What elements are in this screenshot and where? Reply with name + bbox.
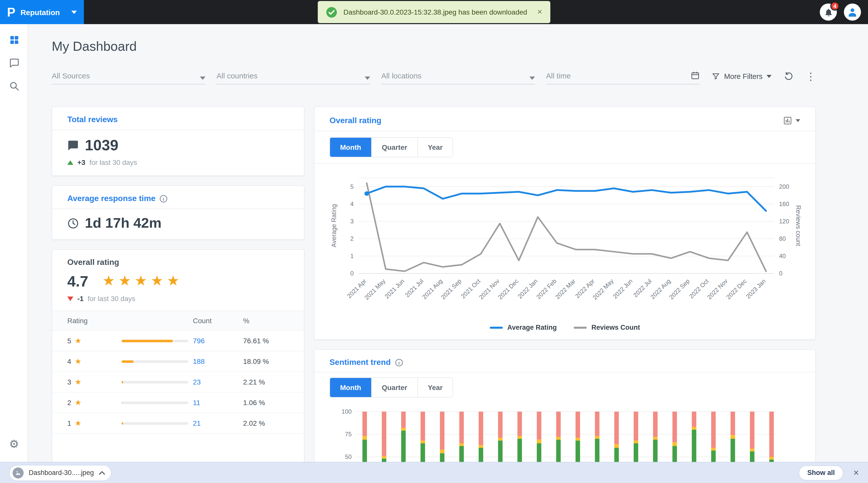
- rating-chart-title[interactable]: Overall rating: [330, 116, 381, 125]
- dashboard-icon: [9, 34, 19, 45]
- chart-legend: Average Rating Reviews Count: [314, 321, 815, 339]
- kebab-menu-button[interactable]: ⋮: [806, 71, 816, 82]
- gray-line-swatch: [574, 327, 587, 328]
- rating-count-link[interactable]: 21: [193, 419, 201, 427]
- reputation-dashboard-app: P Reputation Dashboard-30.0.2023-15:32.3…: [0, 0, 868, 483]
- star-icon: ★: [75, 419, 82, 428]
- svg-text:2022 Nov: 2022 Nov: [706, 277, 729, 301]
- star-icon: ★: [75, 398, 82, 407]
- svg-text:200: 200: [779, 183, 789, 190]
- left-column: Total reviews 1039 +3 for last 30 d: [52, 107, 304, 467]
- svg-text:2021 Aug: 2021 Aug: [421, 277, 444, 300]
- right-column: Overall rating MonthQuarterYear 00140280…: [314, 107, 816, 483]
- close-downloads-bar-icon[interactable]: ×: [854, 467, 859, 478]
- sidebar-item-settings[interactable]: ⚙: [0, 433, 28, 456]
- svg-text:2022 Sep: 2022 Sep: [668, 277, 691, 301]
- svg-text:2021 Sep: 2021 Sep: [439, 277, 463, 301]
- rating-percent: 2.02 %: [243, 419, 289, 427]
- rating-label: 5★: [67, 336, 113, 345]
- rating-percent: 76.61 %: [243, 337, 289, 345]
- rating-chart-period-tabs: MonthQuarterYear: [330, 137, 453, 157]
- chart-type-selector[interactable]: [783, 116, 800, 125]
- more-filters-button[interactable]: More Filters: [712, 72, 772, 81]
- sidebar-item-dashboard[interactable]: [0, 28, 28, 51]
- page-title: My Dashboard: [52, 37, 816, 55]
- avg-response-value: 1d 17h 42m: [85, 215, 161, 231]
- rating-bar: [122, 381, 188, 383]
- svg-text:4: 4: [350, 201, 353, 207]
- chevron-down-icon: [71, 10, 77, 14]
- table-row: 4★18818.09 %: [52, 351, 304, 372]
- star-icon: ★: [75, 378, 82, 387]
- dashboard-grid: Total reviews 1039 +3 for last 30 d: [52, 107, 816, 483]
- tab-year[interactable]: Year: [417, 138, 453, 157]
- info-icon[interactable]: [159, 194, 168, 203]
- downloaded-file-name: Dashboard-30.....jpeg: [29, 469, 94, 477]
- tab-quarter[interactable]: Quarter: [371, 138, 417, 157]
- sources-filter-select[interactable]: All Sources: [52, 67, 206, 85]
- product-switcher[interactable]: P Reputation: [0, 0, 84, 24]
- rating-distribution-table: Rating Count % 5★79676.61 %4★18818.09 %3…: [52, 311, 304, 447]
- svg-text:2022 Dec: 2022 Dec: [725, 277, 748, 301]
- svg-text:100: 100: [342, 408, 352, 415]
- rating-count-link[interactable]: 11: [193, 398, 200, 406]
- toast-message: Dashboard-30.0.2023-15:32.38.jpeg has be…: [343, 8, 527, 16]
- tab-year[interactable]: Year: [417, 378, 453, 397]
- avg-response-title[interactable]: Average response time: [67, 194, 155, 203]
- success-icon: [326, 6, 337, 18]
- rating-label: 3★: [67, 378, 113, 387]
- bar-chart-icon: [783, 116, 792, 125]
- show-all-button[interactable]: Show all: [799, 465, 843, 480]
- header-percent: %: [243, 316, 289, 325]
- tab-quarter[interactable]: Quarter: [371, 378, 417, 397]
- svg-text:3: 3: [350, 218, 353, 225]
- total-reviews-delta: +3: [78, 158, 85, 167]
- rating-percent: 18.09 %: [243, 357, 289, 365]
- download-toast: Dashboard-30.0.2023-15:32.38.jpeg has be…: [318, 1, 550, 23]
- table-row: 2★111.06 %: [52, 393, 304, 413]
- svg-text:2: 2: [350, 235, 353, 242]
- total-reviews-title[interactable]: Total reviews: [67, 115, 118, 124]
- refresh-button[interactable]: [784, 71, 794, 82]
- image-file-icon: [12, 467, 24, 478]
- svg-text:2021 Dec: 2021 Dec: [497, 277, 520, 301]
- filter-bar: All Sources All countries All locations …: [52, 67, 816, 85]
- locations-filter-select[interactable]: All locations: [381, 67, 535, 85]
- tab-month[interactable]: Month: [330, 138, 371, 157]
- rating-bar: [122, 360, 188, 363]
- total-reviews-card: Total reviews 1039 +3 for last 30 d: [52, 107, 304, 176]
- header-rating: Rating: [67, 316, 113, 325]
- rating-bar: [122, 339, 188, 342]
- downloaded-file-chip[interactable]: Dashboard-30.....jpeg: [9, 465, 112, 481]
- rating-stars: ★★★★★: [102, 272, 183, 289]
- locations-filter-value: All locations: [381, 71, 422, 80]
- countries-filter-value: All countries: [217, 71, 257, 80]
- topbar: P Reputation Dashboard-30.0.2023-15:32.3…: [0, 0, 868, 24]
- more-filters-label: More Filters: [724, 72, 763, 81]
- rating-count-link[interactable]: 188: [193, 357, 205, 365]
- notifications-button[interactable]: 4: [820, 3, 837, 21]
- downloads-bar: Dashboard-30.....jpeg Show all ×: [0, 462, 868, 483]
- chevron-up-icon[interactable]: [99, 471, 105, 475]
- sidebar-item-messages[interactable]: [0, 51, 28, 74]
- toast-close-icon[interactable]: ×: [537, 7, 542, 17]
- sidebar-item-review-search[interactable]: [0, 74, 28, 97]
- tab-month[interactable]: Month: [330, 378, 371, 397]
- calendar-icon: [691, 71, 700, 80]
- svg-text:2022 Feb: 2022 Feb: [535, 277, 558, 300]
- account-button[interactable]: [844, 3, 861, 21]
- rating-count-link[interactable]: 23: [193, 378, 201, 386]
- rating-count-link[interactable]: 796: [193, 337, 205, 345]
- main-content: My Dashboard All Sources All countries A…: [28, 24, 868, 483]
- chevron-down-icon: [365, 77, 370, 80]
- trend-down-icon: [67, 296, 73, 301]
- overall-rating-line-chart: 001402803120416052002021 Apr2021 May2021…: [330, 169, 801, 321]
- sidebar: ⚙: [0, 24, 28, 483]
- overall-rating-chart-card: Overall rating MonthQuarterYear 00140280…: [314, 107, 816, 340]
- svg-text:80: 80: [779, 235, 786, 242]
- info-icon[interactable]: [395, 358, 403, 367]
- countries-filter-select[interactable]: All countries: [217, 67, 370, 85]
- total-reviews-value: 1039: [85, 137, 119, 154]
- time-filter-select[interactable]: All time: [546, 67, 700, 85]
- sentiment-title[interactable]: Sentiment trend: [330, 358, 391, 367]
